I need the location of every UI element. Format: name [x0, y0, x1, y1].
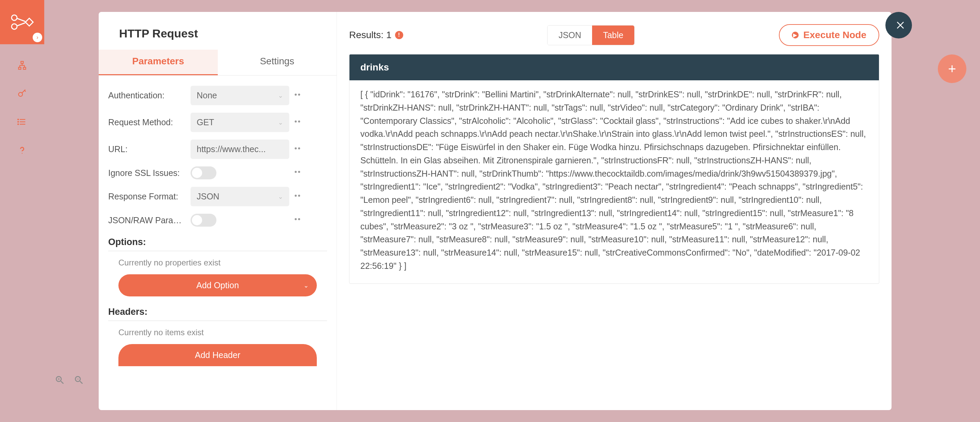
svg-point-27 [298, 147, 300, 150]
view-table-button[interactable]: Table [592, 25, 634, 45]
view-json-button[interactable]: JSON [547, 25, 592, 45]
warning-icon[interactable]: ! [395, 31, 403, 39]
request-method-select[interactable]: GET ⌄ [191, 113, 289, 132]
parameters-panel: HTTP Request Parameters Settings Authent… [99, 12, 337, 410]
chevron-down-icon: ⌄ [278, 119, 283, 126]
request-method-label: Request Method: [108, 118, 186, 127]
tab-parameters[interactable]: Parameters [99, 50, 218, 75]
svg-point-25 [298, 121, 300, 123]
headers-empty-text: Currently no items exist [118, 328, 327, 337]
svg-point-19 [18, 121, 18, 122]
svg-point-30 [295, 195, 297, 197]
gear-icon[interactable] [293, 118, 301, 127]
response-format-select[interactable]: JSON ⌄ [191, 187, 289, 206]
json-raw-label: JSON/RAW Parame... [108, 215, 186, 225]
svg-point-18 [18, 119, 18, 120]
gear-icon[interactable] [293, 144, 301, 154]
svg-point-24 [295, 121, 297, 123]
gear-icon[interactable] [293, 168, 301, 178]
svg-rect-5 [21, 61, 24, 63]
table-cell: [ { "idDrink": "16176", "strDrink": "Bel… [350, 80, 879, 283]
svg-rect-7 [24, 67, 26, 69]
svg-rect-4 [25, 18, 33, 26]
svg-line-3 [17, 23, 25, 26]
zoom-in-icon[interactable] [54, 375, 65, 388]
chevron-down-icon: ⌄ [278, 193, 283, 201]
response-format-label: Response Format: [108, 192, 186, 201]
svg-point-0 [11, 15, 17, 21]
tab-settings[interactable]: Settings [218, 50, 337, 75]
add-node-button[interactable]: + [938, 54, 966, 83]
node-editor-modal: HTTP Request Parameters Settings Authent… [99, 12, 926, 410]
close-icon [895, 20, 906, 30]
gear-icon[interactable] [293, 91, 301, 101]
svg-point-32 [295, 218, 297, 220]
sidebar-collapse-toggle[interactable]: › [33, 33, 42, 42]
view-toggle: JSON Table [547, 25, 634, 45]
table-column-header: drinks [350, 54, 879, 80]
svg-point-22 [295, 94, 297, 96]
headers-section-label: Headers: [108, 307, 327, 317]
svg-point-33 [298, 218, 300, 220]
results-count: Results: 1 ! [349, 30, 403, 40]
svg-line-14 [24, 91, 26, 92]
authentication-select[interactable]: None ⌄ [191, 86, 289, 105]
node-title: HTTP Request [99, 12, 337, 50]
sidebar-help-icon[interactable] [18, 145, 27, 157]
app-sidebar: › [0, 0, 44, 422]
gear-icon[interactable] [293, 192, 301, 202]
sidebar-credentials-icon[interactable] [18, 89, 27, 101]
svg-point-1 [11, 24, 17, 29]
add-option-button[interactable]: Add Option ⌄ [118, 274, 317, 296]
panel-tabs: Parameters Settings [99, 50, 337, 76]
url-label: URL: [108, 144, 186, 154]
add-header-button[interactable]: Add Header [118, 344, 317, 366]
zoom-out-icon[interactable] [73, 375, 84, 388]
close-button[interactable] [885, 12, 912, 38]
logo-icon [10, 14, 34, 30]
results-table: drinks [ { "idDrink": "16176", "strDrink… [349, 54, 879, 284]
svg-point-29 [298, 171, 300, 173]
svg-point-26 [295, 147, 297, 150]
svg-line-2 [17, 18, 25, 21]
url-input[interactable]: https://www.thec... [191, 140, 289, 159]
svg-rect-6 [19, 67, 21, 69]
sidebar-executions-icon[interactable] [18, 117, 27, 129]
svg-point-31 [298, 195, 300, 197]
ignore-ssl-label: Ignore SSL Issues: [108, 168, 186, 178]
results-panel: Results: 1 ! JSON Table ▶ Execute Node d… [337, 12, 891, 410]
sidebar-workflows-icon[interactable] [18, 61, 27, 72]
chevron-down-icon: ⌄ [278, 92, 283, 99]
ignore-ssl-toggle[interactable] [191, 166, 216, 179]
svg-point-21 [22, 153, 22, 153]
json-raw-toggle[interactable] [191, 214, 216, 227]
authentication-label: Authentication: [108, 91, 186, 100]
zoom-controls [54, 375, 84, 388]
execute-node-button[interactable]: ▶ Execute Node [779, 24, 879, 46]
svg-point-20 [18, 124, 18, 124]
svg-point-23 [298, 94, 300, 96]
options-empty-text: Currently no properties exist [118, 258, 327, 268]
svg-point-28 [295, 171, 297, 173]
gear-icon[interactable] [293, 215, 301, 225]
chevron-down-icon: ⌄ [304, 282, 309, 289]
options-section-label: Options: [108, 237, 327, 247]
play-icon: ▶ [792, 32, 799, 38]
app-logo: › [0, 0, 44, 44]
